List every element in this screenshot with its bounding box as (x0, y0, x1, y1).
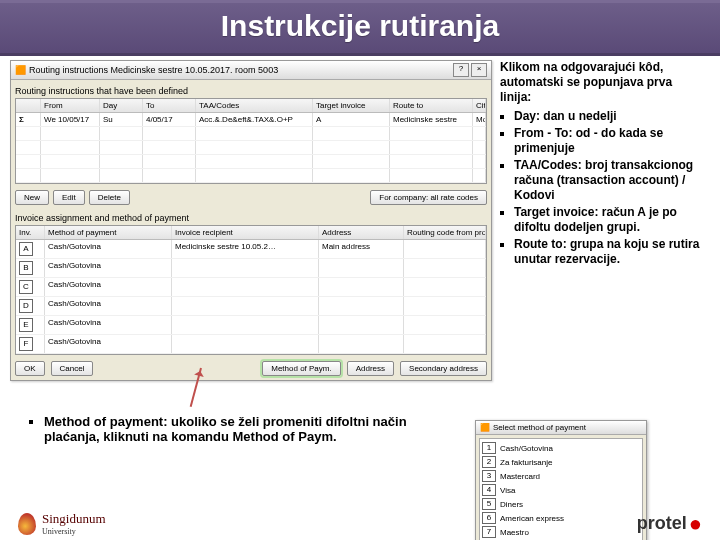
help-icon[interactable]: ? (453, 63, 469, 77)
invoice-row[interactable]: BCash/Gotovina (16, 259, 486, 278)
app-icon: 🟧 (15, 65, 26, 75)
explanation-item: From - To: od - do kada se primenjuje (514, 126, 705, 156)
method-of-payment-note: Method of payment: ukoliko se želi prome… (28, 414, 458, 444)
payment-option[interactable]: 4Visa (482, 483, 640, 497)
col-to[interactable]: To (143, 99, 196, 112)
routing-row[interactable] (16, 155, 486, 169)
routing-row[interactable] (16, 141, 486, 155)
edit-button[interactable]: Edit (53, 190, 85, 205)
flame-icon (18, 513, 36, 535)
col-day[interactable]: Day (100, 99, 143, 112)
payment-titlebar[interactable]: 🟧Select method of payment (476, 421, 646, 435)
col-address[interactable]: Address (319, 226, 404, 239)
payment-option[interactable]: 5Diners (482, 497, 640, 511)
payment-option[interactable]: 2Za fakturisanje (482, 455, 640, 469)
col-taa[interactable]: TAA/Codes (196, 99, 313, 112)
invoice-grid: Inv. Method of payment Invoice recipient… (15, 225, 487, 355)
new-button[interactable]: New (15, 190, 49, 205)
col-target[interactable]: Target invoice (313, 99, 390, 112)
singidunum-logo: SingidunumUniversity (18, 511, 106, 536)
routing-instructions-window: 🟧Routing instructions Medicinske sestre … (10, 60, 492, 381)
invoice-row[interactable]: FCash/Gotovina (16, 335, 486, 354)
payment-option[interactable]: 1Cash/Gotovina (482, 441, 640, 455)
cancel-button[interactable]: Cancel (51, 361, 94, 376)
col-blank[interactable] (16, 99, 41, 112)
invoice-row[interactable]: CCash/Gotovina (16, 278, 486, 297)
explanation-item: TAA/Codes: broj transakcionog računa (tr… (514, 158, 705, 203)
delete-button[interactable]: Delete (89, 190, 130, 205)
app-icon: 🟧 (480, 423, 490, 432)
secondary-address-button[interactable]: Secondary address (400, 361, 487, 376)
window-title: Routing instructions Medicinske sestre 1… (29, 65, 278, 75)
explanation-item: Route to: grupa na koju se rutira unutar… (514, 237, 705, 267)
ok-button[interactable]: OK (15, 361, 45, 376)
explanation-item: Target invoice: račun A je po difoltu do… (514, 205, 705, 235)
company-all-button[interactable]: For company: all rate codes (370, 190, 487, 205)
explanation-text: Klikom na odgovarajući kôd, automatski s… (500, 60, 705, 269)
routing-row[interactable]: Σ We 10/05/17 Su 4/05/17 Acc.&.De&eft&.T… (16, 113, 486, 127)
invoice-row[interactable]: ECash/Gotovina (16, 316, 486, 335)
section2-label: Invoice assignment and method of payment (15, 213, 487, 223)
col-route[interactable]: Route to (390, 99, 473, 112)
col-city[interactable]: City (473, 99, 486, 112)
explanation-item: Day: dan u nedelji (514, 109, 705, 124)
section-label: Routing instructions that have been defi… (15, 86, 487, 96)
col-inv[interactable]: Inv. (16, 226, 45, 239)
col-method[interactable]: Method of payment (45, 226, 172, 239)
close-icon[interactable]: × (471, 63, 487, 77)
payment-option[interactable]: 3Mastercard (482, 469, 640, 483)
col-recipient[interactable]: Invoice recipient (172, 226, 319, 239)
protel-logo: protel● (637, 513, 702, 534)
invoice-row[interactable]: DCash/Gotovina (16, 297, 486, 316)
routing-grid: From Day To TAA/Codes Target invoice Rou… (15, 98, 487, 184)
col-from[interactable]: From (41, 99, 100, 112)
address-button[interactable]: Address (347, 361, 394, 376)
method-of-paym-button[interactable]: Method of Paym. (262, 361, 340, 376)
col-routing-code[interactable]: Routing code from profile (404, 226, 486, 239)
routing-row[interactable] (16, 127, 486, 141)
invoice-row[interactable]: ACash/GotovinaMedicinske sestre 10.05.2…… (16, 240, 486, 259)
window-titlebar[interactable]: 🟧Routing instructions Medicinske sestre … (11, 61, 491, 80)
routing-row[interactable] (16, 169, 486, 183)
footer: SingidunumUniversity protel● (0, 511, 720, 536)
slide-title: Instrukcije rutiranja (0, 0, 720, 56)
